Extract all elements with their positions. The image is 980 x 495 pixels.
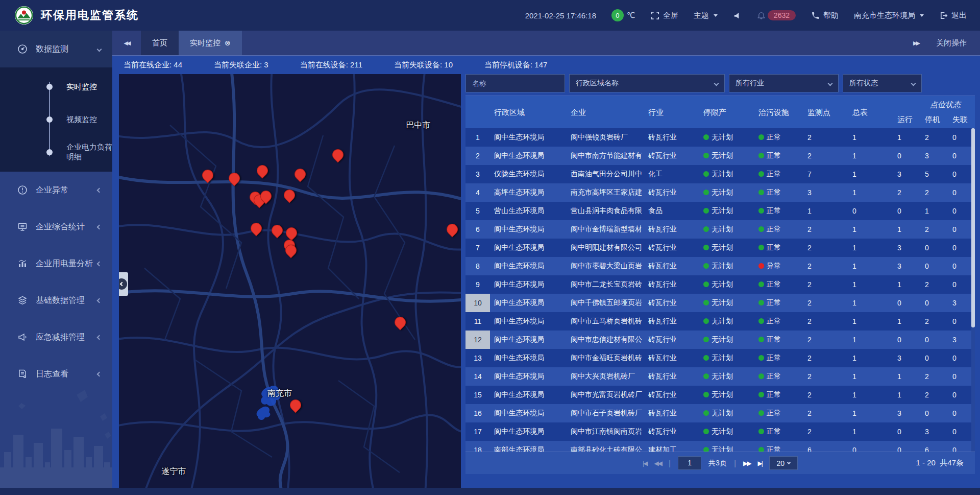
tabs-scroll-right-button[interactable]: ▶▶ (913, 40, 919, 46)
status-dot-icon (758, 300, 764, 305)
chevron-left-icon (97, 335, 102, 340)
cell-production-status: 无计划 (699, 280, 754, 289)
page-size-select[interactable]: 20 (769, 456, 798, 470)
sidebar-item-2[interactable]: 企业综合统计 (0, 208, 112, 245)
industry-filter-select[interactable]: 所有行业 (729, 74, 839, 92)
column-header-monitor: 监测点 (803, 96, 848, 129)
cell-production-status: 无计划 (699, 317, 754, 326)
table-row[interactable]: 17阆中生态环境局阆中市江南镇阆南页岩砖瓦行业无计划正常21030 (465, 422, 975, 441)
cell-production-status: 无计划 (699, 372, 754, 381)
app-window: 环保用电监管系统 2021-02-25 17:46:18 0 ℃ 全屏 主题 (0, 0, 980, 495)
table-row[interactable]: 14阆中生态环境局阆中大兴页岩机砖厂砖瓦行业无计划正常21120 (465, 367, 975, 386)
sidebar-item-3[interactable]: 企业用电量分析 (0, 245, 112, 282)
cell-meter-count: 1 (848, 317, 893, 325)
sidebar-item-1[interactable]: 企业异常 (0, 172, 112, 208)
cell-meter-count: 1 (848, 391, 893, 399)
notifications[interactable]: 2632 (757, 10, 796, 20)
table-row[interactable]: 9阆中生态环境局阆中市二龙长宝页岩砖砖瓦行业无计划正常21120 (465, 275, 975, 294)
page-number-input[interactable]: 1 (678, 456, 701, 470)
cell-index: 16 (465, 404, 490, 422)
cell-region: 阆中生态环境局 (490, 409, 567, 418)
table-row[interactable]: 10阆中生态环境局阆中千佛镇五郎垭页岩砖瓦行业无计划正常21003 (465, 294, 975, 312)
cell-facility-status: 正常 (754, 133, 803, 142)
cell-run-count: 3 (893, 354, 921, 362)
cell-meter-count: 1 (848, 188, 893, 197)
status-dot-icon (703, 410, 709, 416)
name-filter-input[interactable] (472, 79, 558, 87)
column-group-point-status: 点位状态 (930, 100, 961, 110)
table-row[interactable]: 15阆中生态环境局阆中市光富页岩机砖厂砖瓦行业无计划正常21120 (465, 386, 975, 404)
cell-facility-status: 正常 (754, 225, 803, 234)
cell-stop-count: 5 (921, 170, 948, 178)
cell-industry: 砖瓦行业 (644, 390, 699, 399)
first-page-button[interactable]: |◀ (643, 460, 647, 467)
status-dot-icon (758, 447, 764, 452)
table-row[interactable]: 6阆中生态环境局阆中市金博瑞新型墙材砖瓦行业无计划正常21120 (465, 220, 975, 239)
cell-facility-status: 正常 (754, 390, 803, 399)
status-dot-icon (758, 410, 764, 416)
cell-stop-count: 2 (921, 188, 948, 197)
status-filter-select[interactable]: 所有状态 (843, 74, 922, 92)
prev-page-button[interactable]: ◀◀ (654, 460, 661, 467)
table-row[interactable]: 4高坪生态环境局南充市高坪区王家店建砖瓦行业无计划正常31220 (465, 183, 975, 202)
sidebar-item-4[interactable]: 基础数据管理 (0, 282, 112, 319)
table-row[interactable]: 11阆中生态环境局阆中市五马桥页岩机砖砖瓦行业无计划正常21120 (465, 312, 975, 331)
tab-close-icon[interactable]: ⊗ (225, 39, 231, 47)
tab-home[interactable]: 首页 (141, 31, 179, 55)
sidebar-item-5[interactable]: 应急减排管理 (0, 319, 112, 356)
last-page-button[interactable]: ▶| (758, 460, 762, 467)
status-dot-icon (758, 171, 764, 177)
map-collapse-button[interactable] (119, 272, 128, 296)
cell-enterprise: 阆中市光富页岩机砖厂 (567, 390, 644, 399)
region-filter-select[interactable]: 行政区域名称 (569, 74, 725, 92)
cell-industry: 砖瓦行业 (644, 243, 699, 252)
next-page-button[interactable]: ▶▶ (743, 460, 750, 467)
sidebar-subitem-0-2[interactable]: 企业电力负荷明细 (0, 136, 112, 169)
table-row[interactable]: 5营山生态环境局营山县润丰肉食品有限食品无计划正常10010 (465, 202, 975, 220)
status-dot-icon (758, 245, 764, 250)
map-panel[interactable]: 巴中市南充市遂宁市 (119, 74, 461, 488)
main-area: 巴中市南充市遂宁市 行政区域名称 (112, 74, 980, 488)
cell-index: 13 (465, 349, 490, 367)
cell-production-status: 无计划 (699, 445, 754, 452)
city-skyline-decoration (0, 386, 112, 488)
tabs-scroll-left-button[interactable]: ◀◀ (112, 31, 141, 55)
cell-enterprise: 阆中市金福旺页岩机砖 (567, 353, 644, 363)
sidebar-subitem-0-1[interactable]: 视频监控 (0, 103, 112, 136)
table-scrollbar[interactable] (971, 128, 975, 452)
cell-region: 营山生态环境局 (490, 206, 567, 216)
close-operations-button[interactable]: 关闭操作 (936, 38, 967, 48)
table-row[interactable]: 8阆中生态环境局阆中市枣碧大梁山页岩砖瓦行业无计划异常21300 (465, 257, 975, 275)
temperature: 0 ℃ (611, 9, 635, 21)
table-row[interactable]: 7阆中生态环境局阆中明阳建材有限公司砖瓦行业无计划正常21300 (465, 239, 975, 257)
sidebar-item-0[interactable]: 数据监测 (0, 31, 112, 67)
cell-region: 阆中生态环境局 (490, 353, 567, 363)
cell-run-count: 3 (893, 170, 921, 178)
cell-index: 15 (465, 386, 490, 404)
logout-button[interactable]: 退出 (939, 11, 967, 20)
org-dropdown[interactable]: 南充市生态环境局 (854, 11, 924, 20)
table-row[interactable]: 13阆中生态环境局阆中市金福旺页岩机砖砖瓦行业无计划正常21300 (465, 349, 975, 367)
map-city-label: 南充市 (267, 388, 292, 399)
sidebar-subitem-0-0[interactable]: 实时监控 (0, 70, 112, 103)
cell-index: 9 (465, 275, 490, 294)
theme-dropdown[interactable]: 主题 (694, 11, 718, 20)
cell-monitor-count: 7 (803, 170, 848, 178)
cell-production-status: 无计划 (699, 170, 754, 179)
table-row[interactable]: 16阆中生态环境局阆中市石子页岩机砖厂砖瓦行业无计划正常21300 (465, 404, 975, 422)
table-header: 行政区域 企业 行业 停限产 治污设施 监测点 总表 运行 停机 失联 点位状态 (465, 96, 975, 128)
help-button[interactable]: 帮助 (811, 11, 839, 20)
table-row[interactable]: 1阆中生态环境局阆中强锐页岩砖厂砖瓦行业无计划正常21120 (465, 128, 975, 147)
fullscreen-button[interactable]: 全屏 (651, 11, 678, 20)
table-row[interactable]: 18南部生态环境局南部县砂化土砖有限公建材加工无计划正常60060 (465, 441, 975, 452)
table-scrollbar-thumb[interactable] (971, 128, 975, 327)
name-filter-field[interactable] (465, 74, 565, 92)
table-row[interactable]: 2阆中生态环境局阆中市南方节能建材有砖瓦行业无计划正常21030 (465, 147, 975, 165)
cell-enterprise: 阆中强锐页岩砖厂 (567, 133, 644, 142)
cell-run-count: 0 (893, 152, 921, 160)
status-dot-icon (703, 245, 709, 250)
table-row[interactable]: 3仪陇生态环境局西南油气田分公司川中化工无计划正常71350 (465, 165, 975, 183)
mute-button[interactable] (733, 11, 742, 20)
tab-realtime-monitor[interactable]: 实时监控 ⊗ (179, 31, 242, 55)
table-row[interactable]: 12阆中生态环境局阆中市忠信建材有限公砖瓦行业无计划正常21003 (465, 331, 975, 349)
